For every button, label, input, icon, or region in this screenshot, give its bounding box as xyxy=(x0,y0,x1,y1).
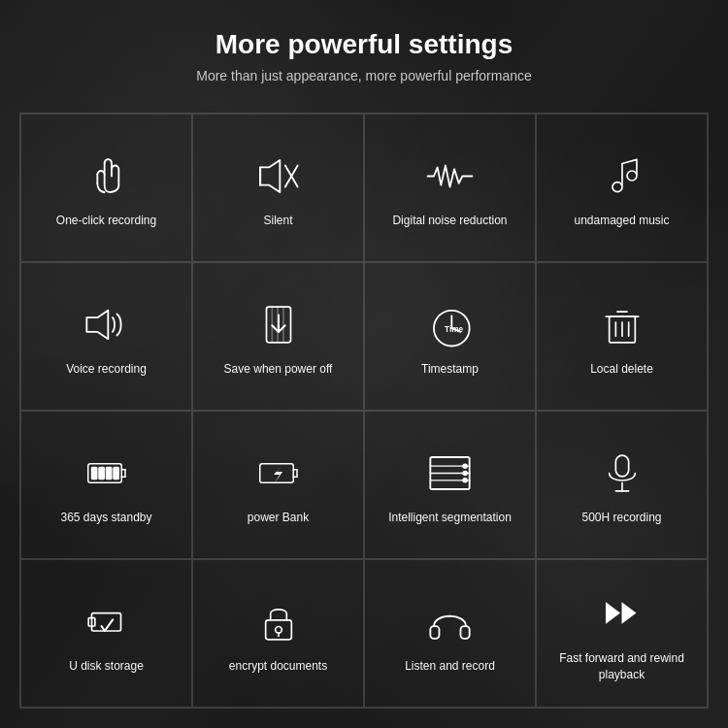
svg-point-39 xyxy=(463,464,467,468)
feature-label-power-bank: power Bank xyxy=(248,510,309,526)
feature-cell-intelligent-segmentation[interactable]: Intelligent segmentation xyxy=(364,411,536,559)
feature-label-u-disk-storage: U disk storage xyxy=(69,658,144,675)
svg-point-40 xyxy=(463,471,467,475)
feature-cell-voice-recording[interactable]: Voice recording xyxy=(20,262,192,411)
svg-marker-52 xyxy=(606,602,620,624)
feature-label-fast-forward-rewind: Fast forward and rewind playback xyxy=(546,650,697,683)
usb-icon xyxy=(78,592,136,650)
feature-label-voice-recording: Voice recording xyxy=(66,361,147,378)
feature-cell-timestamp[interactable]: Time Timestamp xyxy=(364,262,536,411)
feature-label-intelligent-segmentation: Intelligent segmentation xyxy=(388,510,512,526)
page-subtitle: More than just appearance, more powerful… xyxy=(196,68,532,83)
trash-icon xyxy=(593,295,651,353)
feature-cell-fast-forward-rewind[interactable]: Fast forward and rewind playback xyxy=(536,559,708,708)
page-container: More powerful settings More than just ap… xyxy=(0,0,728,728)
feature-label-silent: Silent xyxy=(263,213,292,229)
svg-point-48 xyxy=(275,626,281,633)
feature-label-save-when-power-off: Save when power off xyxy=(224,361,333,378)
svg-text:Time: Time xyxy=(445,324,464,333)
lock-icon xyxy=(249,592,308,650)
svg-marker-7 xyxy=(86,310,108,338)
page-title: More powerful settings xyxy=(196,29,532,60)
svg-rect-51 xyxy=(461,626,470,639)
feature-cell-digital-noise-reduction[interactable]: Digital noise reduction xyxy=(364,114,536,262)
svg-rect-30 xyxy=(114,467,118,479)
headphone-icon xyxy=(421,592,480,650)
feature-label-digital-noise-reduction: Digital noise reduction xyxy=(392,213,507,229)
feature-cell-undamaged-music[interactable]: undamaged music xyxy=(536,114,708,262)
fast-forward-icon xyxy=(593,584,651,643)
clock-icon: Time xyxy=(421,295,480,353)
feature-label-500h-recording: 500H recording xyxy=(581,510,661,526)
svg-marker-53 xyxy=(622,602,637,624)
feature-cell-365-days-standby[interactable]: 365 days standby xyxy=(20,411,192,559)
svg-rect-50 xyxy=(430,626,439,639)
feature-label-listen-and-record: Listen and record xyxy=(405,658,495,675)
feature-label-timestamp: Timestamp xyxy=(421,361,479,378)
feature-cell-listen-and-record[interactable]: Listen and record xyxy=(364,559,536,708)
feature-label-undamaged-music: undamaged music xyxy=(574,213,669,229)
svg-point-41 xyxy=(463,479,467,482)
svg-point-5 xyxy=(612,182,622,192)
microphone-icon xyxy=(593,444,651,502)
page-header: More powerful settings More than just ap… xyxy=(196,29,532,83)
svg-point-6 xyxy=(627,171,637,181)
music-note-icon xyxy=(593,147,651,205)
touch-icon xyxy=(78,147,136,205)
speaker-icon xyxy=(78,295,136,353)
feature-cell-500h-recording[interactable]: 500H recording xyxy=(536,411,708,559)
svg-rect-28 xyxy=(99,467,104,479)
feature-cell-local-delete[interactable]: Local delete xyxy=(536,262,708,411)
battery-charge-icon xyxy=(249,444,308,502)
battery-full-icon xyxy=(78,444,136,502)
save-power-icon xyxy=(249,295,308,353)
waveform-icon xyxy=(421,147,480,205)
silent-icon xyxy=(249,147,308,205)
feature-label-one-click-recording: One-click recording xyxy=(56,213,156,229)
features-grid: One-click recording Silent Digital noise… xyxy=(19,113,709,709)
feature-label-encrypt-documents: encrypt documents xyxy=(229,658,327,675)
feature-label-365-days-standby: 365 days standby xyxy=(60,510,151,526)
svg-rect-29 xyxy=(107,467,112,479)
feature-cell-u-disk-storage[interactable]: U disk storage xyxy=(20,559,192,708)
feature-label-local-delete: Local delete xyxy=(590,361,653,378)
feature-cell-encrypt-documents[interactable]: encrypt documents xyxy=(192,559,364,708)
feature-cell-save-when-power-off[interactable]: Save when power off xyxy=(192,262,364,411)
feature-cell-power-bank[interactable]: power Bank xyxy=(192,411,364,559)
feature-cell-one-click-recording[interactable]: One-click recording xyxy=(20,114,192,262)
svg-rect-27 xyxy=(92,467,97,479)
svg-marker-0 xyxy=(260,160,280,192)
list-icon xyxy=(421,444,480,502)
svg-rect-42 xyxy=(615,455,628,477)
feature-cell-silent[interactable]: Silent xyxy=(192,114,364,262)
